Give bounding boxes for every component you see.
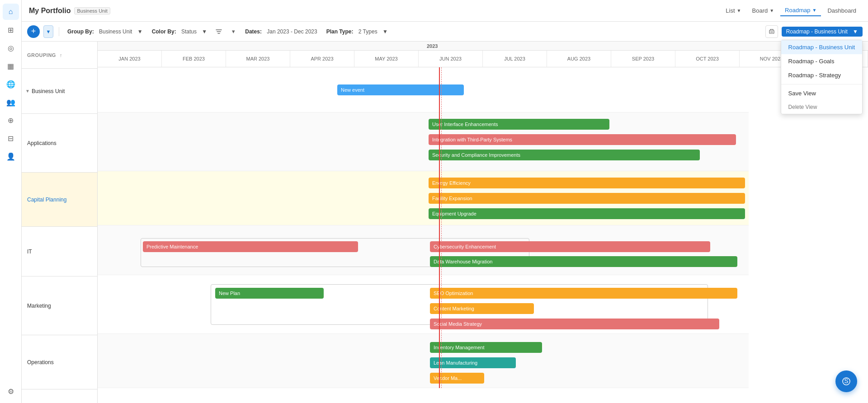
- timeline-area[interactable]: 2023 JAN 2023FEB 2023MAR 2023APR 2023MAY…: [98, 42, 868, 403]
- sort-icon[interactable]: ↑: [60, 52, 62, 58]
- bar-predictive-maintenance[interactable]: Predictive Maintenance: [143, 241, 358, 252]
- dashboard-nav-button[interactable]: Dashboard: [823, 5, 861, 16]
- group-by-filter[interactable]: Group By: Business Unit ▼: [65, 27, 146, 36]
- gantt-row-capital-planning: Energy Efficiency Facility Expansion Equ…: [98, 171, 749, 225]
- sidebar-icon-home[interactable]: ⌂: [3, 4, 19, 20]
- gantt-row-business-unit: New event: [98, 67, 749, 112]
- sidebar-icon-user[interactable]: 👤: [3, 148, 19, 164]
- toolbar-divider: [59, 27, 59, 36]
- month-cell-sep2023: SEP 2023: [611, 51, 675, 67]
- sidebar-icon-chart[interactable]: ▦: [3, 58, 19, 74]
- color-by-filter[interactable]: Color By: Status ▼: [149, 27, 210, 36]
- month-cell-jul2023: JUL 2023: [483, 51, 547, 67]
- year-row: 2023: [98, 42, 868, 51]
- bar-social-media[interactable]: Social Media Strategy: [430, 319, 719, 329]
- month-cell-oct2023: OCT 2023: [675, 51, 740, 67]
- sidebar-icon-grid[interactable]: ⊞: [3, 22, 19, 38]
- group-row-capital-planning[interactable]: Capital Planning: [22, 173, 97, 227]
- gantt-container: GROUPING ↑ ▼ Business Unit Applications: [22, 42, 868, 403]
- add-button[interactable]: +: [27, 25, 40, 38]
- month-cell-feb2023: FEB 2023: [162, 51, 226, 67]
- add-dropdown-button[interactable]: ▼: [43, 25, 53, 38]
- group-row-marketing[interactable]: Marketing: [22, 276, 97, 335]
- sidebar: ⌂ ⊞ ◎ ▦ 🌐 👥 ⊕ ⊟ 👤 ⚙: [0, 0, 22, 403]
- bar-data-warehouse[interactable]: Data Warehouse Migration: [430, 256, 737, 267]
- toolbar: + ▼ Group By: Business Unit ▼ Color By: …: [22, 22, 868, 42]
- group-column-header: GROUPING ↑: [22, 42, 97, 69]
- bar-user-interface[interactable]: User Interface Enhancements: [429, 119, 609, 130]
- sidebar-icon-users[interactable]: 👥: [3, 94, 19, 110]
- sidebar-icon-circle[interactable]: ◎: [3, 40, 19, 56]
- group-row-applications[interactable]: Applications: [22, 114, 97, 173]
- dropdown-item-roadmap-goals[interactable]: Roadmap - Goals: [781, 54, 862, 68]
- bar-energy-efficiency[interactable]: Energy Efficiency: [429, 178, 745, 188]
- roadmap-nav-button[interactable]: Roadmap ▼: [780, 5, 821, 16]
- list-caret-icon: ▼: [737, 8, 741, 13]
- dropdown-menu: Roadmap - Business Unit Roadmap - Goals …: [781, 40, 863, 114]
- view-selector-caret: ▼: [853, 28, 858, 35]
- dropdown-item-delete-view[interactable]: Delete View: [781, 100, 862, 114]
- bar-cybersecurity[interactable]: Cybersecurity Enhancement: [430, 241, 710, 252]
- month-cell-jan2023: JAN 2023: [98, 51, 162, 67]
- list-nav-button[interactable]: List ▼: [721, 5, 745, 16]
- fab-button[interactable]: S: [835, 370, 857, 392]
- gantt-row-operations: Inventory Management Lean Manufacturing …: [98, 334, 749, 388]
- dates-filter[interactable]: Dates: Jan 2023 - Dec 2023: [242, 27, 320, 36]
- board-caret-icon: ▼: [769, 8, 774, 13]
- bar-vendor-ma[interactable]: Vendor Ma...: [430, 373, 484, 384]
- month-cell-apr2023: APR 2023: [290, 51, 354, 67]
- business-unit-badge: Business Unit: [74, 7, 110, 14]
- month-cell-may2023: MAY 2023: [354, 51, 419, 67]
- topnav: My Portfolio Business Unit List ▼ Board …: [22, 0, 868, 22]
- bar-new-event[interactable]: New event: [337, 84, 464, 95]
- plan-type-caret: ▼: [382, 28, 388, 35]
- group-row-it[interactable]: IT: [22, 227, 97, 276]
- bar-content-marketing[interactable]: Content Marketing: [430, 303, 534, 314]
- gantt-row-applications: User Interface Enhancements Integration …: [98, 112, 749, 171]
- dropdown-item-save-view[interactable]: Save View: [781, 86, 862, 100]
- sidebar-icon-analytics[interactable]: ⊕: [3, 112, 19, 128]
- group-rows: ▼ Business Unit Applications Capital Pla…: [22, 69, 97, 403]
- group-column: GROUPING ↑ ▼ Business Unit Applications: [22, 42, 98, 403]
- gantt-row-marketing: New Plan SEO Optimization Content Market…: [98, 275, 749, 334]
- roadmap-caret-icon: ▼: [812, 8, 816, 13]
- portfolio-title: My Portfolio: [29, 7, 71, 15]
- print-button[interactable]: [765, 25, 778, 38]
- sidebar-icon-settings[interactable]: ⚙: [3, 383, 19, 399]
- bar-security-compliance[interactable]: Security and Compliance Improvements: [429, 150, 700, 160]
- group-row-operations[interactable]: Operations: [22, 335, 97, 389]
- svg-rect-1: [770, 32, 773, 33]
- svg-text:S: S: [844, 377, 848, 384]
- month-cell-mar2023: MAR 2023: [226, 51, 290, 67]
- plan-type-filter[interactable]: Plan Type: 2 Types ▼: [324, 27, 391, 36]
- bar-integration-third-party[interactable]: Integration with Third-Party Systems: [429, 134, 736, 145]
- color-by-caret: ▼: [202, 28, 207, 35]
- bar-lean-manufacturing[interactable]: Lean Manufacturing: [430, 357, 516, 368]
- gantt-row-it: Predictive Maintenance Cybersecurity Enh…: [98, 225, 749, 275]
- expand-icon-business-unit: ▼: [25, 89, 30, 94]
- board-nav-button[interactable]: Board ▼: [748, 5, 779, 16]
- gantt-body: 16:17 New event User Interface Enhanceme…: [98, 67, 749, 388]
- bar-facility-expansion[interactable]: Facility Expansion: [429, 193, 745, 204]
- month-cell-jun2023: JUN 2023: [419, 51, 483, 67]
- sidebar-icon-table[interactable]: ⊟: [3, 130, 19, 146]
- bar-inventory-management[interactable]: Inventory Management: [430, 342, 542, 353]
- bar-seo-optimization[interactable]: SEO Optimization: [430, 288, 737, 299]
- timeline-header: 2023 JAN 2023FEB 2023MAR 2023APR 2023MAY…: [98, 42, 868, 67]
- today-line: 16:17: [439, 67, 440, 388]
- sidebar-icon-globe[interactable]: 🌐: [3, 76, 19, 92]
- filter-options-icon[interactable]: ▾: [228, 26, 239, 37]
- dropdown-item-roadmap-strategy[interactable]: Roadmap - Strategy: [781, 68, 862, 82]
- months-row: JAN 2023FEB 2023MAR 2023APR 2023MAY 2023…: [98, 51, 868, 67]
- filter-icon[interactable]: [213, 26, 224, 37]
- dropdown-item-roadmap-business-unit[interactable]: Roadmap - Business Unit: [781, 40, 862, 54]
- month-cell-aug2023: AUG 2023: [547, 51, 611, 67]
- group-by-caret: ▼: [137, 28, 143, 35]
- view-selector-button[interactable]: Roadmap - Business Unit ▼: [782, 27, 863, 37]
- bar-new-plan[interactable]: New Plan: [215, 288, 324, 299]
- group-row-business-unit[interactable]: ▼ Business Unit: [22, 69, 97, 114]
- bar-equipment-upgrade[interactable]: Equipment Upgrade: [429, 208, 745, 219]
- dropdown-divider: [781, 84, 862, 84]
